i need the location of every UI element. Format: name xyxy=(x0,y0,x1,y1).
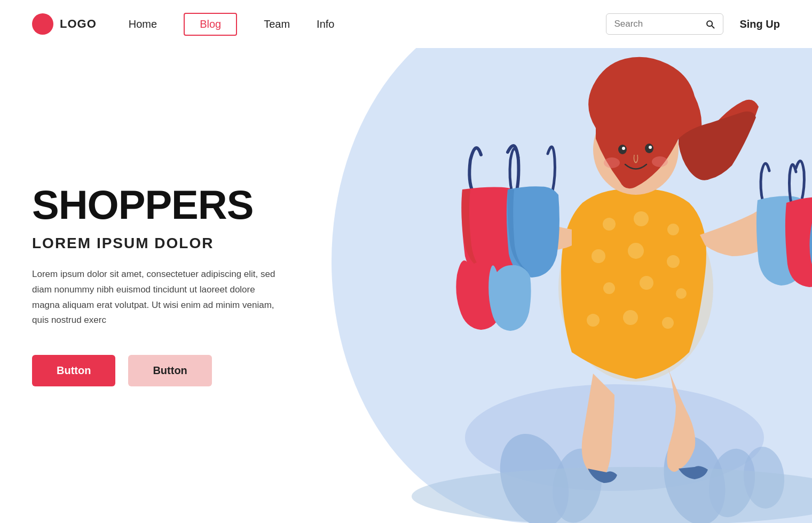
svg-point-17 xyxy=(587,314,600,327)
primary-button[interactable]: Button xyxy=(32,355,115,386)
secondary-button[interactable]: Button xyxy=(128,355,211,386)
svg-point-10 xyxy=(667,224,679,235)
svg-point-25 xyxy=(604,157,620,168)
nav-blog[interactable]: Blog xyxy=(184,13,237,36)
nav-team[interactable]: Team xyxy=(264,18,290,30)
svg-point-16 xyxy=(676,288,687,299)
text-section: SHOPPERS LOREM IPSUM DOLOR Lorem ipsum d… xyxy=(0,185,278,387)
hero-headline: SHOPPERS xyxy=(32,185,278,225)
hero-illustration xyxy=(305,32,812,523)
button-group: Button Button xyxy=(32,355,278,386)
hero-body-text: Lorem ipsum dolor sit amet, consectetuer… xyxy=(32,267,278,329)
svg-point-14 xyxy=(603,282,615,294)
logo-icon xyxy=(32,13,53,35)
svg-point-23 xyxy=(622,147,625,150)
svg-point-19 xyxy=(662,317,674,329)
svg-point-8 xyxy=(603,218,616,231)
svg-point-15 xyxy=(640,276,653,290)
logo-area[interactable]: LOGO xyxy=(32,13,97,35)
search-box[interactable] xyxy=(606,13,723,35)
svg-point-24 xyxy=(649,146,652,149)
nav-home[interactable]: Home xyxy=(129,18,157,30)
svg-point-13 xyxy=(667,255,680,268)
svg-point-11 xyxy=(592,249,605,263)
signup-button[interactable]: Sing Up xyxy=(739,18,780,30)
search-input[interactable] xyxy=(614,19,705,29)
nav-info[interactable]: Info xyxy=(317,18,334,30)
search-icon xyxy=(705,18,715,30)
hero-subheadline: LOREM IPSUM DOLOR xyxy=(32,235,278,252)
nav-right: Sing Up xyxy=(606,13,780,35)
svg-point-12 xyxy=(628,243,644,259)
logo-text: LOGO xyxy=(60,17,97,31)
svg-point-9 xyxy=(634,211,649,226)
navbar: LOGO Home Blog Team Info Sing Up xyxy=(0,0,812,48)
nav-links: Home Blog Team Info xyxy=(129,13,606,36)
svg-point-18 xyxy=(623,310,638,325)
svg-point-26 xyxy=(652,156,668,167)
